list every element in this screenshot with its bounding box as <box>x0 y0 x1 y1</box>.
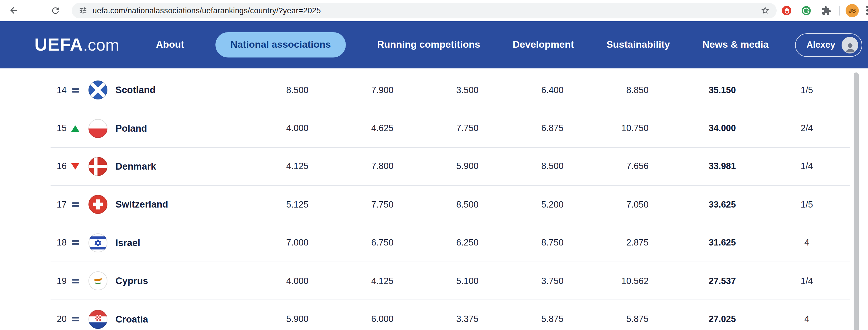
movement-cell <box>68 201 83 208</box>
movement-cell <box>68 87 83 93</box>
movement-cell <box>68 316 83 323</box>
ranking-row-denmark[interactable]: 16Denmark4.1257.8005.9008.5007.65633.981… <box>51 148 850 186</box>
ranking-row-croatia[interactable]: 20Croatia5.9006.0003.3755.8755.87527.025… <box>51 300 850 330</box>
points-value: 7.900 <box>308 85 394 95</box>
clubs-count: 1/4 <box>736 276 850 286</box>
rank-position: 20 <box>51 314 67 324</box>
movement-same-icon <box>71 201 79 208</box>
flag-scotland-icon <box>89 81 107 99</box>
flag-poland-icon <box>89 119 107 138</box>
points-value: 8.500 <box>394 200 478 210</box>
points-value: 4.125 <box>223 161 308 172</box>
clubs-count: 1/5 <box>736 85 850 95</box>
total-points: 31.625 <box>649 238 736 248</box>
points-value: 8.500 <box>223 85 308 95</box>
clubs-count: 1/4 <box>736 161 850 172</box>
toolbar-divider <box>839 5 840 15</box>
url-text: uefa.com/nationalassociations/uefarankin… <box>92 6 321 14</box>
url-bar[interactable]: uefa.com/nationalassociations/uefarankin… <box>72 3 777 18</box>
nav-item-running-competitions[interactable]: Running competitions <box>376 32 482 58</box>
nav-item-development[interactable]: Development <box>512 32 575 58</box>
refresh-button[interactable] <box>47 2 63 19</box>
rank-position: 19 <box>51 276 67 286</box>
ranking-row-scotland[interactable]: 14Scotland8.5007.9003.5006.4008.85035.15… <box>51 71 850 110</box>
country-name[interactable]: Cyprus <box>116 275 223 286</box>
grammarly-extension-icon[interactable] <box>799 3 813 17</box>
ranking-row-cyprus[interactable]: 19Cyprus4.0004.1255.1003.75010.56227.537… <box>51 262 850 300</box>
points-value: 5.900 <box>223 314 308 324</box>
movement-same-icon <box>71 316 79 323</box>
country-name[interactable]: Scotland <box>116 85 223 95</box>
profile-avatar[interactable]: JS <box>846 4 859 17</box>
screen: uefa.com/nationalassociations/uefarankin… <box>0 0 868 330</box>
points-value: 2.875 <box>563 238 649 248</box>
nav-item-sustainability[interactable]: Sustainability <box>605 32 671 58</box>
points-value: 4.125 <box>308 276 394 286</box>
clubs-count: 1/5 <box>736 200 850 210</box>
points-value: 5.900 <box>394 161 478 172</box>
clubs-count: 4 <box>736 238 850 248</box>
points-value: 7.000 <box>223 238 308 248</box>
back-button[interactable] <box>6 2 22 19</box>
movement-cell <box>68 163 83 170</box>
clubs-count: 4 <box>736 314 850 324</box>
points-value: 7.750 <box>308 200 394 210</box>
browser-toolbar: uefa.com/nationalassociations/uefarankin… <box>0 0 868 21</box>
country-name[interactable]: Poland <box>116 123 223 134</box>
total-points: 27.025 <box>649 314 736 324</box>
rank-position: 14 <box>51 85 67 95</box>
points-value: 3.500 <box>394 85 478 95</box>
clubs-count: 2/4 <box>736 123 850 133</box>
total-points: 27.537 <box>649 276 736 286</box>
movement-same-icon <box>71 87 79 93</box>
movement-up-icon <box>71 125 79 131</box>
flag-israel-icon <box>89 233 107 252</box>
rank-position: 17 <box>51 200 67 210</box>
movement-same-icon <box>71 239 79 246</box>
country-name[interactable]: Denmark <box>116 161 223 172</box>
points-value: 7.800 <box>308 161 394 172</box>
points-value: 4.625 <box>308 123 394 133</box>
ranking-row-switzerland[interactable]: 17Switzerland5.1257.7508.5005.2007.05033… <box>51 186 850 224</box>
rank-position: 18 <box>51 238 67 248</box>
points-value: 7.656 <box>563 161 649 172</box>
uefa-logo[interactable]: UEFA.com <box>34 34 119 55</box>
movement-cell <box>68 277 83 284</box>
logo-suffix: .com <box>83 36 119 55</box>
points-value: 4.000 <box>223 276 308 286</box>
adblock-extension-icon[interactable] <box>779 3 793 17</box>
points-value: 10.562 <box>563 276 649 286</box>
movement-cell <box>68 125 83 131</box>
country-name[interactable]: Croatia <box>116 313 223 325</box>
country-name[interactable]: Israel <box>116 237 223 248</box>
user-menu[interactable]: Alexey <box>795 33 862 57</box>
ranking-row-israel[interactable]: 18Israel7.0006.7506.2508.7502.87531.6254 <box>51 224 850 262</box>
nav-item-about[interactable]: About <box>155 32 185 58</box>
points-value: 7.750 <box>394 123 478 133</box>
nav-item-national-associations[interactable]: National associations <box>215 32 346 58</box>
site-header: UEFA.com AboutNational associationsRunni… <box>0 21 868 68</box>
points-value: 5.875 <box>478 314 563 324</box>
rank-position: 16 <box>51 161 67 172</box>
bookmark-star-icon[interactable] <box>761 6 770 15</box>
browser-menu-icon[interactable] <box>863 5 868 17</box>
scrollbar-thumb[interactable] <box>854 72 859 330</box>
ranking-row-poland[interactable]: 15Poland4.0004.6257.7506.87510.75034.000… <box>51 110 850 148</box>
flag-denmark-icon <box>89 157 107 176</box>
points-value: 4.000 <box>223 123 308 133</box>
points-value: 3.750 <box>478 276 563 286</box>
points-value: 5.125 <box>223 200 308 210</box>
back-arrow-icon <box>9 5 19 16</box>
extensions-icon[interactable] <box>819 3 833 17</box>
nav-item-news-media[interactable]: News & media <box>701 32 770 58</box>
flag-switzerland-icon <box>89 195 107 214</box>
total-points: 35.150 <box>649 85 736 95</box>
user-avatar-icon <box>842 36 858 53</box>
points-value: 5.875 <box>563 314 649 324</box>
movement-cell <box>68 239 83 246</box>
main-navigation: AboutNational associationsRunning compet… <box>155 32 770 58</box>
country-name[interactable]: Switzerland <box>116 199 223 210</box>
rank-position: 15 <box>51 123 67 133</box>
site-settings-icon[interactable] <box>79 6 87 14</box>
points-value: 8.850 <box>563 85 649 95</box>
